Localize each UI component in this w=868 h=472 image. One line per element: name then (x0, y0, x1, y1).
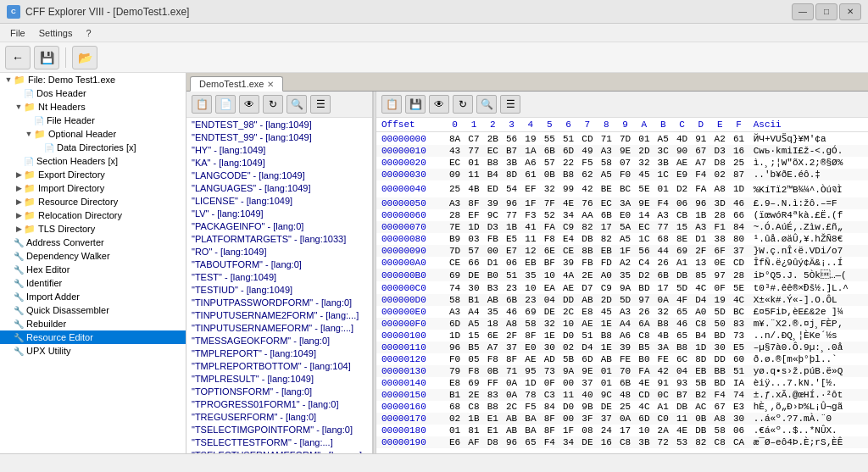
hex-byte-cell[interactable]: C8 (635, 330, 654, 342)
hex-byte-cell[interactable]: 2D (635, 145, 654, 157)
hex-byte-cell[interactable]: CD (578, 132, 597, 146)
hex-byte-cell[interactable]: FF (483, 377, 502, 389)
hex-byte-cell[interactable]: E3 (729, 401, 748, 413)
hex-byte-cell[interactable]: 30 (729, 413, 748, 425)
hex-byte-cell[interactable]: 23 (502, 281, 520, 294)
hex-byte-cell[interactable]: A5 (615, 233, 634, 245)
hex-byte-cell[interactable]: AB (483, 294, 502, 306)
hex-byte-cell[interactable]: 11 (559, 389, 577, 401)
hex-byte-cell[interactable]: 6B (502, 294, 520, 306)
hex-byte-cell[interactable]: F4 (540, 436, 559, 448)
hex-byte-cell[interactable]: 01 (597, 365, 615, 377)
hex-byte-cell[interactable]: A5 (597, 169, 615, 180)
list-item[interactable]: "TINPUTUSERNAME2FORM" - [lang:...] (186, 308, 372, 321)
tree-item[interactable]: 📄Dos Header (0, 86, 186, 100)
hex-search-button[interactable]: 🔍 (476, 95, 497, 114)
hex-byte-cell[interactable]: F8 (540, 233, 559, 245)
hex-byte-cell[interactable]: 4E (559, 197, 577, 209)
hex-byte-cell[interactable]: 6D (445, 318, 464, 330)
window-controls[interactable]: — □ ✕ (792, 3, 861, 20)
hex-byte-cell[interactable]: ED (483, 180, 502, 197)
hex-byte-cell[interactable]: 39 (483, 197, 502, 209)
hex-byte-cell[interactable]: D8 (483, 436, 502, 448)
hex-byte-cell[interactable]: 06 (502, 257, 520, 269)
hex-byte-cell[interactable]: 58 (710, 425, 729, 436)
hex-byte-cell[interactable]: 73 (729, 330, 748, 342)
hex-byte-cell[interactable]: 54 (502, 180, 520, 197)
hex-byte-cell[interactable]: 45 (597, 306, 615, 318)
hex-byte-cell[interactable]: 39 (615, 342, 634, 353)
tree-item[interactable]: ▼📁Optional Header (0, 127, 186, 141)
list-item[interactable]: "TEST" - [lang:1049] (186, 270, 372, 283)
hex-byte-cell[interactable]: 1B (692, 209, 710, 221)
hex-byte-cell[interactable]: 1F (521, 197, 540, 209)
hex-byte-cell[interactable]: 35 (521, 269, 540, 281)
hex-byte-cell[interactable]: 03 (465, 233, 483, 245)
hex-content[interactable]: Offset0123456789ABCDEFAscii 000000008AC7… (376, 118, 868, 453)
hex-byte-cell[interactable]: 00 (483, 245, 502, 257)
hex-byte-cell[interactable]: 1D (445, 330, 464, 342)
hex-byte-cell[interactable]: AD (540, 353, 559, 365)
hex-byte-cell[interactable]: 2C (502, 401, 520, 413)
hex-byte-cell[interactable]: 01 (654, 180, 672, 197)
hex-byte-cell[interactable]: 25 (445, 180, 464, 197)
hex-byte-cell[interactable]: E7 (502, 245, 520, 257)
hex-byte-cell[interactable]: 1E (540, 330, 559, 342)
hex-byte-cell[interactable]: 55 (540, 132, 559, 146)
hex-byte-cell[interactable]: 46 (672, 318, 691, 330)
hex-byte-cell[interactable]: 42 (578, 180, 597, 197)
hex-byte-cell[interactable]: 56 (502, 132, 520, 146)
tree-item[interactable]: 🔧UPX Utility (0, 344, 186, 358)
toolbar-save-button[interactable]: 💾 (34, 46, 59, 69)
hex-byte-cell[interactable]: 7E (445, 221, 464, 233)
hex-byte-cell[interactable]: 0A (502, 389, 520, 401)
hex-byte-cell[interactable]: 6F (710, 245, 729, 257)
hex-byte-cell[interactable]: 84 (729, 221, 748, 233)
hex-byte-cell[interactable]: AA (578, 209, 597, 221)
hex-byte-cell[interactable]: AC (692, 401, 710, 413)
hex-byte-cell[interactable]: 3B (635, 436, 654, 448)
hex-byte-cell[interactable]: AE (672, 157, 691, 169)
hex-byte-cell[interactable]: 9A (615, 281, 634, 294)
hex-byte-cell[interactable]: 96 (445, 342, 464, 353)
hex-byte-cell[interactable]: B5 (635, 342, 654, 353)
maximize-button[interactable]: □ (815, 3, 837, 20)
tree-item[interactable]: ▶📁Resource Directory (0, 195, 186, 208)
hex-byte-cell[interactable]: 9C (483, 209, 502, 221)
hex-byte-cell[interactable]: 1C (654, 169, 672, 180)
hex-byte-cell[interactable]: C8 (710, 436, 729, 448)
hex-refresh-button[interactable]: ↻ (453, 95, 473, 114)
hex-byte-cell[interactable]: 28 (729, 269, 748, 281)
hex-byte-cell[interactable]: 11 (465, 169, 483, 180)
hex-byte-cell[interactable]: 90 (672, 145, 691, 157)
hex-byte-cell[interactable]: DB (692, 425, 710, 436)
hex-byte-cell[interactable]: 30 (465, 281, 483, 294)
hex-byte-cell[interactable]: 68 (445, 401, 464, 413)
hex-byte-cell[interactable]: 84 (540, 401, 559, 413)
tree-item[interactable]: ▶📁Export Directory (0, 168, 186, 181)
hex-byte-cell[interactable]: 6B (654, 269, 672, 281)
list-item[interactable]: "TSELECTTESTFORM" - [lang:...] (186, 436, 372, 448)
hex-byte-cell[interactable]: 4C (635, 401, 654, 413)
hex-byte-cell[interactable]: B0 (635, 353, 654, 365)
hex-byte-cell[interactable]: BA (521, 425, 540, 436)
hex-byte-cell[interactable]: 71 (502, 365, 520, 377)
hex-byte-cell[interactable]: AB (597, 353, 615, 365)
hex-byte-cell[interactable]: 69 (465, 377, 483, 389)
hex-byte-cell[interactable]: DE (465, 269, 483, 281)
hex-byte-cell[interactable]: EA (540, 281, 559, 294)
hex-byte-cell[interactable]: CD (729, 257, 748, 269)
hex-byte-cell[interactable]: 0F (540, 377, 559, 389)
hex-byte-cell[interactable]: 9E (578, 365, 597, 377)
hex-byte-cell[interactable]: F4 (710, 389, 729, 401)
hex-byte-cell[interactable]: 17 (654, 281, 672, 294)
hex-byte-cell[interactable]: E0 (615, 209, 634, 221)
tab-close-button[interactable]: ✕ (267, 80, 274, 89)
hex-byte-cell[interactable]: B5 (465, 342, 483, 353)
hex-byte-cell[interactable]: 2D (597, 294, 615, 306)
hex-byte-cell[interactable]: D4 (578, 342, 597, 353)
hex-byte-cell[interactable]: BD (710, 377, 729, 389)
hex-byte-cell[interactable]: EF (465, 209, 483, 221)
hex-byte-cell[interactable]: A8 (710, 413, 729, 425)
hex-byte-cell[interactable]: 35 (615, 269, 634, 281)
